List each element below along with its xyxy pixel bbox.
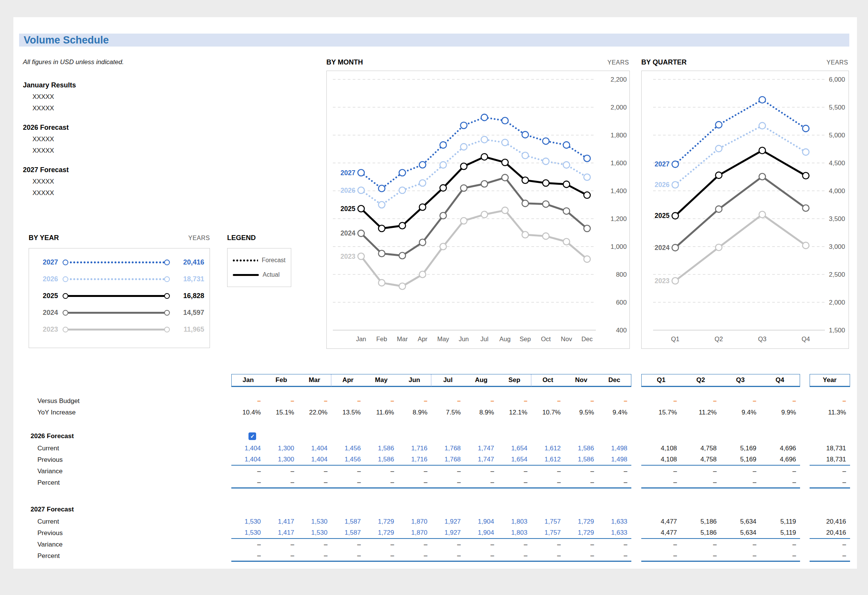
month-value: – bbox=[565, 539, 598, 550]
month-value[interactable]: 1,586 bbox=[565, 443, 598, 454]
svg-text:2027: 2027 bbox=[655, 160, 670, 168]
month-value[interactable]: 1,757 bbox=[531, 527, 565, 539]
month-value[interactable]: 1,747 bbox=[465, 454, 498, 466]
by-quarter-years-label: YEARS bbox=[826, 59, 848, 66]
month-value[interactable]: 1,404 bbox=[298, 454, 331, 466]
legend-entry: Forecast bbox=[233, 257, 286, 264]
by-month-years-label: YEARS bbox=[607, 59, 629, 66]
month-value[interactable]: 1,729 bbox=[565, 516, 598, 527]
month-value[interactable]: 1,404 bbox=[298, 443, 331, 454]
quarter-value: – bbox=[681, 539, 721, 550]
month-value[interactable]: 1,456 bbox=[331, 443, 365, 454]
month-value: 7.5% bbox=[431, 407, 465, 418]
month-value: – bbox=[498, 477, 531, 489]
month-value[interactable]: 1,612 bbox=[531, 454, 565, 466]
svg-text:1,200: 1,200 bbox=[610, 215, 627, 223]
month-value[interactable]: 1,530 bbox=[298, 516, 331, 527]
month-value: – bbox=[365, 550, 398, 562]
quarter-value: – bbox=[760, 550, 800, 562]
by-year-row: 202414,597 bbox=[29, 304, 210, 321]
month-value: – bbox=[331, 550, 365, 562]
year-line bbox=[64, 293, 168, 299]
month-value[interactable]: 1,716 bbox=[398, 454, 431, 466]
month-value[interactable]: 1,587 bbox=[331, 516, 365, 527]
month-value: – bbox=[531, 466, 565, 477]
year-value: 18,731 bbox=[174, 275, 204, 283]
year-value: 18,731 bbox=[810, 443, 850, 454]
year-label: 2024 bbox=[34, 309, 58, 317]
month-value[interactable]: 1,904 bbox=[465, 527, 498, 539]
month-value: – bbox=[531, 477, 565, 489]
month-value: 8.9% bbox=[398, 407, 431, 418]
forecast-2026-checkbox[interactable]: ✓ bbox=[248, 432, 256, 440]
month-value[interactable]: 1,612 bbox=[531, 443, 565, 454]
svg-text:Mar: Mar bbox=[397, 335, 408, 342]
month-value[interactable]: 1,927 bbox=[431, 527, 465, 539]
month-value[interactable]: 1,654 bbox=[498, 454, 531, 466]
month-value[interactable]: 1,757 bbox=[531, 516, 565, 527]
by-month-chart: 2,2002,0001,8001,6001,4001,2001,00080060… bbox=[326, 71, 630, 349]
table-row: Versus Budget––––––––––––––––– bbox=[23, 395, 851, 407]
month-value[interactable]: 1,498 bbox=[598, 443, 631, 454]
quarter-value: – bbox=[721, 395, 760, 407]
month-value: – bbox=[398, 395, 431, 407]
quarter-value: – bbox=[641, 539, 681, 550]
month-value: 8.9% bbox=[465, 407, 498, 418]
table-row: Current1,5301,4171,5301,5871,7291,8701,9… bbox=[23, 516, 851, 527]
placeholder-cell: XXXXX bbox=[32, 147, 183, 155]
month-value[interactable]: 1,404 bbox=[231, 443, 265, 454]
year-column-header: Year bbox=[810, 374, 850, 387]
quarter-value: 5,119 bbox=[760, 527, 800, 539]
month-value[interactable]: 1,716 bbox=[398, 443, 431, 454]
month-value[interactable]: 1,633 bbox=[598, 516, 631, 527]
month-value[interactable]: 1,633 bbox=[598, 527, 631, 539]
month-column-header: Oct bbox=[531, 374, 565, 387]
month-value: – bbox=[331, 477, 365, 489]
month-value[interactable]: 1,729 bbox=[365, 527, 398, 539]
month-value[interactable]: 1,586 bbox=[365, 443, 398, 454]
month-value[interactable]: 1,587 bbox=[331, 527, 365, 539]
month-value[interactable]: 1,904 bbox=[465, 516, 498, 527]
month-value[interactable]: 1,417 bbox=[265, 516, 298, 527]
month-value[interactable]: 1,729 bbox=[565, 527, 598, 539]
month-value: – bbox=[465, 466, 498, 477]
month-value[interactable]: 1,417 bbox=[265, 527, 298, 539]
block-title: 2027 Forecast bbox=[23, 506, 231, 513]
month-value[interactable]: 1,300 bbox=[265, 443, 298, 454]
month-value: – bbox=[598, 539, 631, 550]
month-value[interactable]: 1,803 bbox=[498, 516, 531, 527]
month-value[interactable]: 1,870 bbox=[398, 516, 431, 527]
month-value[interactable]: 1,870 bbox=[398, 527, 431, 539]
month-value: 15.1% bbox=[265, 407, 298, 418]
quarter-value: – bbox=[681, 550, 721, 562]
month-value[interactable]: 1,586 bbox=[365, 454, 398, 466]
month-value[interactable]: 1,586 bbox=[565, 454, 598, 466]
month-value[interactable]: 1,530 bbox=[231, 527, 265, 539]
month-value: – bbox=[231, 395, 265, 407]
month-value[interactable]: 1,300 bbox=[265, 454, 298, 466]
month-value[interactable]: 1,768 bbox=[431, 454, 465, 466]
month-value[interactable]: 1,530 bbox=[231, 516, 265, 527]
month-value[interactable]: 1,654 bbox=[498, 443, 531, 454]
quarter-value: 4,108 bbox=[641, 443, 681, 454]
month-column-header: Mar bbox=[298, 374, 331, 387]
month-value[interactable]: 1,768 bbox=[431, 443, 465, 454]
svg-text:2027: 2027 bbox=[340, 169, 355, 177]
year-value: – bbox=[810, 395, 850, 407]
month-value[interactable]: 1,530 bbox=[298, 527, 331, 539]
svg-text:5,500: 5,500 bbox=[829, 104, 845, 111]
month-value[interactable]: 1,747 bbox=[465, 443, 498, 454]
month-value[interactable]: 1,803 bbox=[498, 527, 531, 539]
quarter-value: 11.2% bbox=[681, 407, 721, 418]
month-value[interactable]: 1,498 bbox=[598, 454, 631, 466]
svg-text:Jul: Jul bbox=[480, 335, 488, 342]
month-value[interactable]: 1,456 bbox=[331, 454, 365, 466]
month-value[interactable]: 1,729 bbox=[365, 516, 398, 527]
month-value: – bbox=[531, 550, 565, 562]
month-value[interactable]: 1,404 bbox=[231, 454, 265, 466]
table-row: Current1,4041,3001,4041,4561,5861,7161,7… bbox=[23, 443, 851, 454]
quarter-value: 5,634 bbox=[721, 527, 760, 539]
by-quarter-chart: 6,0005,5005,0004,5004,0003,5003,0002,500… bbox=[641, 71, 849, 349]
month-column-header: Nov bbox=[565, 374, 598, 387]
month-value[interactable]: 1,927 bbox=[431, 516, 465, 527]
